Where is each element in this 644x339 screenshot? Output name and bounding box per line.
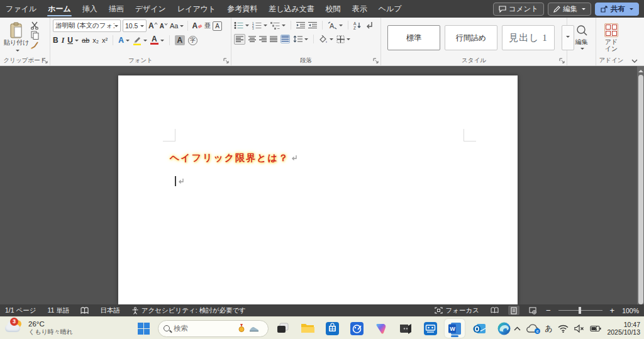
search-input[interactable]	[174, 325, 234, 332]
wifi-icon[interactable]	[558, 325, 569, 333]
decrease-indent-button[interactable]	[296, 21, 305, 29]
paint-icon[interactable]	[347, 319, 367, 338]
zoom-level[interactable]: 100%	[622, 307, 639, 314]
collapse-ribbon-button[interactable]	[631, 59, 638, 63]
task-view-button[interactable]	[273, 319, 293, 338]
text-effects-button[interactable]: A	[118, 36, 130, 45]
battery-icon[interactable]	[590, 325, 601, 332]
style-heading1[interactable]: 見出し 1	[502, 25, 555, 50]
style-no-spacing[interactable]: 行間詰め	[445, 25, 497, 50]
font-color-button[interactable]: A	[150, 36, 164, 45]
tray-chevron-up-icon[interactable]	[514, 326, 521, 331]
bold-button[interactable]: B	[53, 36, 58, 45]
align-right-button[interactable]	[259, 36, 267, 43]
paste-button[interactable]: 貼り付け	[3, 19, 30, 56]
ime-indicator[interactable]: あ	[545, 323, 552, 334]
accessibility-status[interactable]: アクセシビリティ: 検討が必要です	[131, 306, 246, 315]
font-name-combo[interactable]: 游明朝 (本文のフォント	[53, 19, 121, 32]
zoom-out-button[interactable]: −	[546, 306, 551, 315]
edge-icon[interactable]	[494, 319, 514, 338]
clipboard-dialog-launcher[interactable]	[42, 58, 48, 64]
scrollbar-thumb[interactable]	[638, 75, 643, 304]
comments-button[interactable]: コメント	[493, 3, 544, 16]
paragraph-dialog-launcher[interactable]	[373, 58, 379, 64]
document-heading[interactable]: ヘイフリック限界とは？	[170, 152, 297, 164]
highlight-color-button[interactable]	[133, 36, 147, 45]
taskbar-search[interactable]	[158, 320, 269, 337]
page-indicator[interactable]: 1/1 ページ	[5, 306, 36, 315]
language-indicator[interactable]: 日本語	[100, 306, 120, 315]
cut-button[interactable]	[30, 21, 39, 30]
addins-icon[interactable]	[604, 23, 618, 37]
format-painter-button[interactable]	[30, 41, 39, 50]
outlook-icon[interactable]	[469, 319, 489, 338]
subscript-button[interactable]: x₂	[92, 36, 99, 44]
character-scaling-button[interactable]: A	[328, 21, 343, 30]
zoom-slider-thumb[interactable]	[579, 307, 581, 314]
strikethrough-button[interactable]: ab	[82, 36, 89, 44]
numbered-list-button[interactable]: 123	[252, 21, 267, 30]
multilevel-list-button[interactable]	[270, 21, 286, 30]
clock[interactable]: 10:47 2025/10/13	[607, 321, 640, 336]
tab-mailings[interactable]: 差し込み文書	[263, 0, 320, 18]
tab-draw[interactable]: 描画	[103, 0, 130, 18]
tab-references[interactable]: 参考資料	[221, 0, 263, 18]
character-border-button[interactable]: A	[213, 21, 222, 31]
editing-button-label[interactable]: 編集	[572, 38, 591, 45]
tab-insert[interactable]: 挿入	[77, 0, 103, 18]
tab-design[interactable]: デザイン	[130, 0, 172, 18]
microsoft-store-icon[interactable]	[322, 319, 342, 338]
vertical-scrollbar[interactable]	[637, 66, 644, 304]
justify-button[interactable]	[270, 36, 277, 43]
word-count[interactable]: 11 単語	[48, 306, 70, 315]
onedrive-icon[interactable]: e	[526, 324, 539, 333]
scroll-up-arrow[interactable]	[638, 67, 643, 72]
file-explorer-icon[interactable]	[297, 319, 318, 338]
tab-view[interactable]: 表示	[347, 0, 373, 18]
start-button[interactable]	[133, 319, 153, 338]
zoom-in-button[interactable]: +	[610, 306, 615, 315]
web-layout-button[interactable]	[527, 306, 538, 315]
phonetic-guide-button[interactable]: 亜	[204, 21, 211, 30]
align-center-button[interactable]	[248, 36, 256, 43]
sort-button[interactable]: AZ	[353, 21, 362, 30]
tab-layout[interactable]: レイアウト	[172, 0, 221, 18]
font-dialog-launcher[interactable]	[223, 58, 230, 64]
copilot-icon[interactable]	[371, 319, 391, 338]
shading-button[interactable]	[319, 35, 333, 43]
enclose-characters-button[interactable]: 字	[188, 36, 197, 45]
align-left-button[interactable]	[234, 34, 245, 45]
tab-home[interactable]: ホーム	[42, 0, 77, 18]
print-layout-button[interactable]	[508, 306, 519, 315]
share-button[interactable]: 共有	[595, 3, 639, 16]
document-page[interactable]: ヘイフリック限界とは？	[118, 75, 518, 304]
increase-indent-button[interactable]	[308, 21, 317, 29]
bullet-list-button[interactable]	[234, 21, 249, 30]
connect-display-icon[interactable]	[420, 319, 440, 338]
volume-muted-icon[interactable]	[574, 325, 584, 333]
editing-mode-button[interactable]: 編集	[548, 3, 591, 16]
distribute-button[interactable]	[280, 35, 290, 43]
tab-help[interactable]: ヘルプ	[373, 0, 408, 18]
tab-file[interactable]: ファイル	[0, 0, 42, 18]
read-mode-button[interactable]	[489, 306, 501, 315]
line-spacing-button[interactable]	[293, 35, 308, 43]
tab-review[interactable]: 校閲	[320, 0, 347, 18]
font-size-combo[interactable]: 10.5	[123, 19, 147, 32]
addins-button-label[interactable]: アドイン	[602, 38, 621, 52]
wallet-icon[interactable]	[396, 319, 416, 338]
zoom-slider[interactable]	[558, 310, 602, 311]
search-icon[interactable]	[575, 25, 588, 37]
proofing-status[interactable]	[80, 307, 89, 314]
underline-button[interactable]: U	[67, 36, 79, 45]
borders-button[interactable]	[336, 35, 350, 43]
word-icon[interactable]: W	[445, 319, 465, 338]
style-normal[interactable]: 標準	[387, 25, 440, 50]
shrink-font-button[interactable]: A	[160, 22, 168, 30]
italic-button[interactable]: I	[62, 36, 65, 45]
show-formatting-marks-button[interactable]	[365, 21, 374, 29]
character-shading-button[interactable]: A	[175, 35, 185, 45]
copy-button[interactable]	[30, 31, 39, 40]
styles-dialog-launcher[interactable]	[559, 58, 565, 64]
clear-formatting-button[interactable]: A	[192, 21, 203, 30]
